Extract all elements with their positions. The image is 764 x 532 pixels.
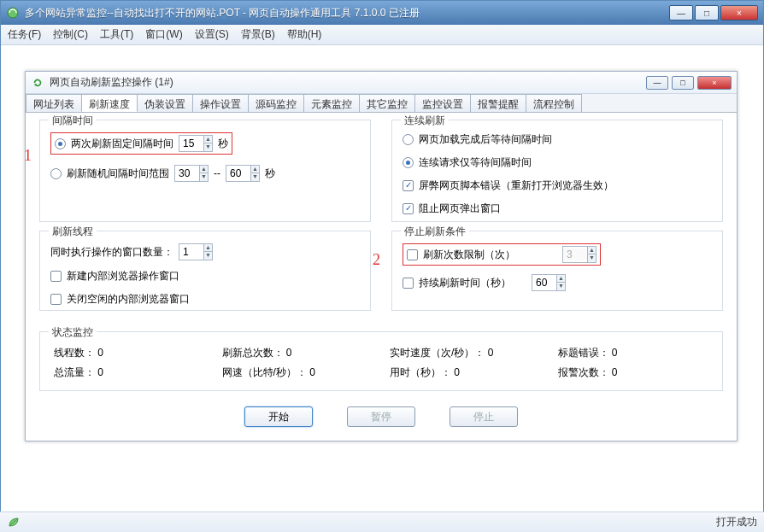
duration-input[interactable] — [532, 277, 556, 289]
title-err-value: 0 — [612, 347, 618, 359]
tab-content: 1 间隔时间 两次刷新固定间隔时间 ▲▼ — [26, 113, 737, 441]
concurrent-label: 同时执行操作的窗口数量： — [50, 245, 173, 260]
interval-group: 间隔时间 两次刷新固定间隔时间 ▲▼ 秒 — [39, 120, 371, 222]
thread-legend: 刷新线程 — [49, 225, 97, 239]
tab-monitor-settings[interactable]: 监控设置 — [414, 94, 471, 112]
menu-settings[interactable]: 设置(S) — [195, 27, 229, 42]
interval-legend: 间隔时间 — [49, 114, 97, 128]
inner-minimize-button[interactable]: — — [646, 76, 668, 90]
radio-random-interval[interactable] — [50, 168, 62, 179]
radio-fixed-interval-label: 两次刷新固定间隔时间 — [71, 137, 173, 151]
alarm-value: 0 — [612, 366, 618, 378]
pause-button[interactable]: 暂停 — [347, 406, 415, 427]
menu-background[interactable]: 背景(B) — [241, 27, 275, 42]
tab-disguise[interactable]: 伪装设置 — [137, 94, 193, 112]
stop-legend: 停止刷新条件 — [401, 225, 469, 239]
check-refresh-limit-label: 刷新次数限制（次） — [423, 248, 557, 262]
statusbar-text: 打开成功 — [716, 515, 757, 529]
random-from-input[interactable] — [175, 167, 199, 179]
check-block-popup[interactable] — [403, 203, 414, 214]
menu-tools[interactable]: 工具(T) — [100, 27, 133, 42]
refresh-limit-stepper[interactable]: ▲▼ — [562, 246, 597, 263]
statusbar: 打开成功 — [0, 512, 764, 532]
maximize-button[interactable]: □ — [695, 5, 719, 20]
tab-element-monitor[interactable]: 元素监控 — [303, 94, 360, 112]
inner-maximize-button[interactable]: □ — [672, 76, 694, 90]
window-title: 多个网站异常监控--自动找出打不开的网站.POT - 网页自动操作通用工具 7.… — [25, 6, 667, 20]
menu-tasks[interactable]: 任务(F) — [8, 27, 41, 42]
check-block-script-error[interactable] — [403, 180, 414, 191]
fixed-interval-stepper[interactable]: ▲▼ — [179, 135, 213, 152]
main-window: 多个网站异常监控--自动找出打不开的网站.POT - 网页自动操作通用工具 7.… — [0, 0, 764, 532]
thread-group: 刷新线程 同时执行操作的窗口数量： ▲▼ 新建内部浏览器操作窗口 — [39, 231, 371, 311]
leaf-icon — [7, 516, 21, 529]
menubar: 任务(F) 控制(C) 工具(T) 窗口(W) 设置(S) 背景(B) 帮助(H… — [1, 25, 763, 45]
traffic-label: 总流量： — [54, 366, 95, 378]
status-legend: 状态监控 — [49, 325, 97, 340]
fixed-interval-input[interactable] — [179, 137, 203, 149]
net-value: 0 — [309, 366, 315, 378]
check-new-browser-label: 新建内部浏览器操作窗口 — [67, 269, 179, 284]
check-refresh-limit[interactable] — [407, 249, 418, 260]
check-new-browser[interactable] — [50, 271, 62, 282]
check-close-idle[interactable] — [50, 294, 62, 305]
button-row: 开始 暂停 停止 — [39, 406, 723, 427]
traffic-value: 0 — [97, 366, 103, 378]
radio-continuous-request-label: 连续请求仅等待间隔时间 — [419, 155, 532, 170]
random-to-stepper[interactable]: ▲▼ — [226, 165, 260, 182]
titlebar[interactable]: 多个网站异常监控--自动找出打不开的网站.POT - 网页自动操作通用工具 7.… — [1, 1, 763, 25]
elapsed-value: 0 — [454, 366, 460, 378]
inner-titlebar[interactable]: 网页自动刷新监控操作 (1#) — □ × — [26, 72, 737, 94]
refresh-limit-input[interactable] — [563, 248, 587, 260]
concurrent-input[interactable] — [179, 246, 203, 258]
chevron-up-icon[interactable]: ▲ — [203, 136, 212, 143]
continuous-legend: 连续刷新 — [401, 114, 449, 128]
total-refresh-value: 0 — [286, 347, 292, 359]
thread-count-label: 线程数： — [54, 347, 95, 359]
tab-flow-control[interactable]: 流程控制 — [526, 94, 582, 112]
speed-value: 0 — [488, 347, 494, 359]
random-unit: 秒 — [265, 167, 275, 181]
tab-strip: 网址列表 刷新速度 伪装设置 操作设置 源码监控 元素监控 其它监控 监控设置 … — [26, 94, 737, 113]
duration-stepper[interactable]: ▲▼ — [532, 274, 566, 291]
tab-refresh-speed[interactable]: 刷新速度 — [81, 94, 138, 112]
inner-window-title: 网页自动刷新监控操作 (1#) — [50, 75, 646, 90]
radio-after-load-label: 网页加载完成后等待间隔时间 — [419, 132, 552, 147]
tab-source-monitor[interactable]: 源码监控 — [248, 94, 304, 112]
stop-button[interactable]: 停止 — [450, 406, 518, 427]
concurrent-stepper[interactable]: ▲▼ — [179, 243, 213, 260]
start-button[interactable]: 开始 — [244, 406, 313, 427]
status-group: 状态监控 线程数： 0 刷新总次数： 0 实时速度（次/秒）： 0 标题错误： … — [39, 331, 723, 391]
tab-other-monitor[interactable]: 其它监控 — [359, 94, 415, 112]
alarm-label: 报警次数： — [558, 366, 609, 378]
title-err-label: 标题错误： — [558, 347, 609, 359]
net-label: 网速（比特/秒）： — [222, 366, 307, 378]
menu-window[interactable]: 窗口(W) — [145, 27, 182, 42]
tab-url-list[interactable]: 网址列表 — [26, 94, 82, 112]
speed-label: 实时速度（次/秒）： — [390, 347, 485, 359]
menu-control[interactable]: 控制(C) — [53, 27, 88, 42]
check-duration[interactable] — [403, 278, 414, 289]
radio-after-load[interactable] — [403, 134, 414, 145]
chevron-down-icon[interactable]: ▼ — [203, 143, 212, 151]
check-close-idle-label: 关闭空闲的内部浏览器窗口 — [67, 292, 190, 307]
inner-close-button[interactable]: × — [697, 76, 732, 90]
random-from-stepper[interactable]: ▲▼ — [174, 165, 209, 182]
radio-fixed-interval[interactable] — [55, 138, 66, 149]
stop-group: 停止刷新条件 刷新次数限制（次） ▲▼ — [391, 231, 723, 311]
random-sep: -- — [214, 167, 220, 179]
radio-random-interval-label: 刷新随机间隔时间范围 — [67, 167, 169, 181]
refresh-icon — [31, 76, 44, 90]
minimize-button[interactable]: — — [669, 5, 693, 20]
close-button[interactable]: × — [720, 5, 758, 20]
check-block-popup-label: 阻止网页弹出窗口 — [419, 202, 501, 216]
radio-continuous-request[interactable] — [403, 157, 414, 168]
tab-alarm[interactable]: 报警提醒 — [470, 94, 526, 112]
menu-help[interactable]: 帮助(H) — [287, 27, 322, 42]
check-block-script-error-label: 屏弊网页脚本错误（重新打开浏览器生效） — [419, 178, 614, 193]
tab-operation[interactable]: 操作设置 — [192, 94, 249, 112]
random-to-input[interactable] — [226, 167, 250, 179]
marker-2-icon: 2 — [373, 251, 380, 269]
elapsed-label: 用时（秒）： — [390, 366, 451, 378]
thread-count-value: 0 — [97, 347, 103, 359]
